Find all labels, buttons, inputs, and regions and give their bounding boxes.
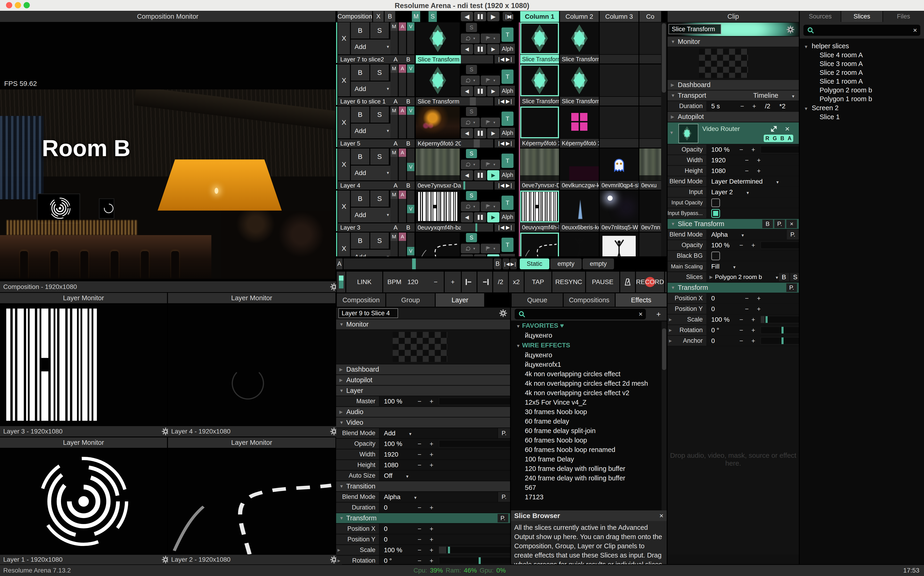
- tab-effects[interactable]: Effects: [616, 293, 667, 307]
- increment-button[interactable]: +: [747, 242, 759, 249]
- ableton-link-button[interactable]: LINK: [346, 272, 382, 293]
- section-transport[interactable]: Transport Timeline: [668, 91, 799, 101]
- composition-forward-button[interactable]: ▶: [487, 12, 500, 21]
- master-slider[interactable]: [439, 398, 510, 405]
- deck-tab-static[interactable]: Static: [520, 258, 549, 269]
- clip-cell[interactable]: 0ev7nlitsq5-White...: [600, 190, 639, 232]
- duration-halve-button[interactable]: /2: [760, 102, 775, 110]
- close-icon[interactable]: ×: [785, 124, 789, 133]
- effect-item[interactable]: 60 frames Noob loop: [511, 435, 667, 445]
- bpm-pulse-toggle[interactable]: [337, 272, 345, 293]
- decrement-button[interactable]: −: [413, 557, 426, 565]
- layer-master-fader[interactable]: M: [391, 149, 398, 180]
- clip-play-button[interactable]: ▶: [487, 212, 500, 222]
- decrement-button[interactable]: −: [413, 451, 426, 458]
- clip-cell[interactable]: 0evlkunczgw-kockice: [560, 149, 599, 190]
- layer-transition-time-button[interactable]: T: [501, 112, 514, 126]
- prev-deck-button[interactable]: [503, 258, 509, 269]
- clip-beatsnap-select[interactable]: [481, 160, 500, 169]
- increment-button[interactable]: +: [426, 440, 437, 448]
- clip-cell[interactable]: Slice Transform: [560, 64, 599, 106]
- increment-button[interactable]: +: [747, 146, 759, 154]
- crossfader-b-label[interactable]: B: [494, 258, 501, 269]
- layer-transition-time-button[interactable]: T: [501, 154, 514, 168]
- active-clip-name[interactable]: Slice Transform: [416, 55, 461, 64]
- clip-speed-badge[interactable]: S: [466, 233, 477, 242]
- input-bypass-checkbox[interactable]: [711, 209, 720, 218]
- section-transition[interactable]: Transition: [336, 481, 510, 491]
- tab-sources[interactable]: Sources: [800, 11, 841, 22]
- slice-item[interactable]: Slice 2 room A: [800, 68, 924, 77]
- clip-speed-badge[interactable]: S: [466, 65, 477, 74]
- tree-group-screen-2[interactable]: Screen 2: [800, 103, 924, 112]
- layer-transition-blend-label[interactable]: Alph: [500, 128, 515, 138]
- expand-icon[interactable]: [770, 125, 778, 133]
- scale-slider[interactable]: [439, 546, 510, 554]
- param-animation-button[interactable]: P.: [498, 428, 510, 438]
- clip-cell[interactable]: Képernyőfotó 20 ...: [560, 106, 599, 147]
- layer-name[interactable]: Layer 6 to slice 1: [338, 97, 391, 106]
- layer-name[interactable]: Layer 4: [338, 181, 391, 190]
- crossfader-assign[interactable]: AB: [389, 181, 415, 190]
- crossfader-slider[interactable]: [343, 258, 493, 269]
- layer-audio-fader[interactable]: A: [399, 149, 406, 180]
- clip-play-button[interactable]: ▶: [487, 86, 500, 96]
- clip-progress-bar[interactable]: [461, 139, 493, 147]
- composition-speed-fader[interactable]: S: [429, 11, 437, 22]
- bpm-minus-button[interactable]: −: [428, 272, 444, 293]
- clip-cell[interactable]: Slice Transform: [520, 64, 559, 106]
- bpm-plus-button[interactable]: +: [445, 272, 461, 293]
- layer-clear-button[interactable]: X: [338, 232, 350, 256]
- clip-pause-button[interactable]: [474, 128, 486, 138]
- layer-active-clip-thumbnail[interactable]: [416, 149, 460, 180]
- tab-slices[interactable]: Slices: [841, 11, 882, 22]
- tap-tempo-button[interactable]: TAP: [525, 272, 551, 293]
- black-bg-checkbox[interactable]: [711, 251, 720, 260]
- crossfader-assign[interactable]: AB: [389, 97, 415, 106]
- layer-transition-time-button[interactable]: T: [501, 69, 514, 84]
- clip-backwards-button[interactable]: ◀: [461, 128, 473, 138]
- layer-blendmode-select[interactable]: Add: [351, 250, 392, 256]
- effect-item[interactable]: 4k non overlapping circles effect v2: [511, 388, 667, 398]
- clip-cell-empty[interactable]: [600, 64, 639, 106]
- clip-cell-empty[interactable]: [639, 106, 661, 147]
- layer-video-fader[interactable]: V: [407, 106, 415, 138]
- composition-monitor-header[interactable]: Composition Monitor: [0, 11, 335, 22]
- increment-button[interactable]: +: [426, 398, 437, 405]
- tab-layer[interactable]: Layer: [436, 293, 484, 307]
- layer-audio-fader[interactable]: A: [399, 232, 406, 256]
- crossfader-assign[interactable]: AB: [389, 139, 415, 147]
- layer-transition-blend-label[interactable]: Alph: [500, 44, 515, 54]
- decrement-button[interactable]: −: [736, 102, 748, 110]
- layer-active-clip-thumbnail[interactable]: [416, 190, 460, 222]
- increment-button[interactable]: +: [426, 536, 437, 543]
- decrement-button[interactable]: −: [735, 146, 747, 154]
- clip-skip-buttons[interactable]: [495, 55, 515, 64]
- param-animation-button[interactable]: P.: [498, 492, 510, 502]
- layer-bypass-button[interactable]: B: [351, 232, 369, 249]
- layer-transition-time-button[interactable]: T: [501, 238, 514, 252]
- clip-cell-empty[interactable]: [639, 232, 661, 256]
- layer-monitor-header[interactable]: Layer Monitor: [168, 293, 335, 303]
- effect-item[interactable]: йцукенгоfx1: [511, 360, 667, 369]
- resync-button[interactable]: RESYNC: [552, 272, 585, 293]
- clip-playmode-select[interactable]: [461, 34, 480, 43]
- deck-tab-empty-1[interactable]: empty: [550, 258, 582, 269]
- layer-active-clip-thumbnail[interactable]: [416, 22, 460, 54]
- section-dashboard[interactable]: Dashboard: [668, 80, 799, 90]
- rotation-slider[interactable]: [439, 557, 510, 564]
- layer-bypass-button[interactable]: B: [351, 149, 369, 165]
- clip-cell[interactable]: 0euvyxqmf4h-bas...: [520, 190, 559, 232]
- clip-beatsnap-select[interactable]: [481, 118, 500, 127]
- param-animation-button[interactable]: P.: [774, 220, 785, 228]
- composition-pause-button[interactable]: [474, 12, 486, 21]
- tab-files[interactable]: Files: [883, 11, 924, 22]
- layer-audio-fader[interactable]: A: [399, 64, 406, 96]
- layer-transition-blend-label[interactable]: Alph: [500, 212, 515, 222]
- layer-clear-button[interactable]: X: [338, 64, 350, 96]
- opacity-slider[interactable]: [761, 242, 799, 249]
- layer-solo-button[interactable]: S: [370, 22, 389, 38]
- redo-arrow-icon[interactable]: [665, 272, 667, 293]
- layer-blendmode-select[interactable]: Add: [351, 82, 392, 96]
- increment-button[interactable]: +: [748, 102, 760, 110]
